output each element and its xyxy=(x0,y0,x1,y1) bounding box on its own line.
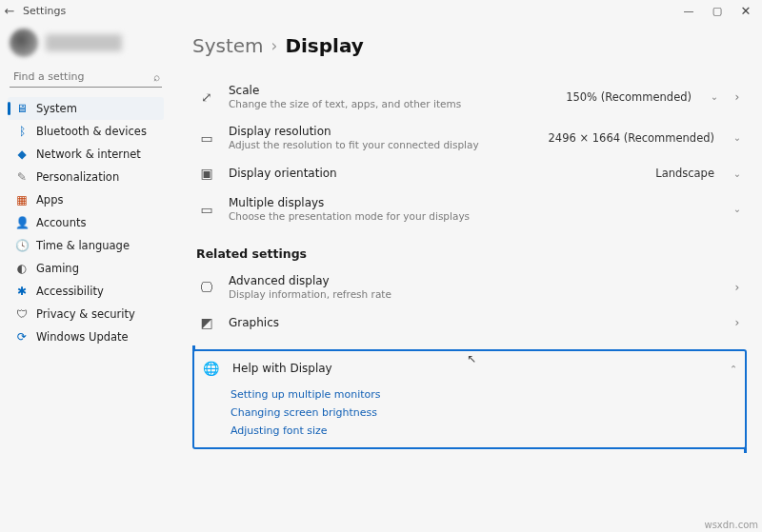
setting-orientation[interactable]: ▣ Display orientation Landscape ⌄ xyxy=(192,158,747,188)
profile[interactable] xyxy=(8,25,164,67)
sidebar-item-label: Bluetooth & devices xyxy=(36,125,147,138)
setting-subtitle: Adjust the resolution to fit your connec… xyxy=(229,139,537,150)
titlebar: ← Settings — ▢ ✕ xyxy=(0,0,762,21)
sidebar-item-label: Network & internet xyxy=(36,148,141,161)
setting-title: Scale xyxy=(229,84,554,97)
chevron-down-icon[interactable]: ⌄ xyxy=(732,132,743,143)
accounts-icon: 👤 xyxy=(15,216,29,229)
setting-graphics[interactable]: ◩ Graphics › xyxy=(192,307,747,338)
setting-title: Display resolution xyxy=(229,125,537,138)
help-with-display-section: 🌐 Help with Display ↖ ⌄ Setting up multi… xyxy=(192,349,747,449)
breadcrumb: System › Display xyxy=(192,34,747,57)
sidebar-item-personalization[interactable]: ✎ Personalization xyxy=(8,166,164,188)
scale-icon: ⤢ xyxy=(196,89,217,105)
sidebar-item-bluetooth[interactable]: ᛒ Bluetooth & devices xyxy=(8,120,164,143)
sidebar: ⌕ 🖥 System ᛒ Bluetooth & devices ◆ Netwo… xyxy=(0,21,173,532)
time-icon: 🕓 xyxy=(15,239,29,252)
sidebar-item-time[interactable]: 🕓 Time & language xyxy=(8,234,164,257)
help-link-multiple-monitors[interactable]: Setting up multiple monitors xyxy=(231,385,743,404)
help-link-brightness[interactable]: Changing screen brightness xyxy=(231,404,743,422)
main-content: System › Display ⤢ Scale Change the size… xyxy=(173,21,762,532)
setting-subtitle: Choose the presentation mode for your di… xyxy=(229,210,720,222)
sidebar-item-label: Apps xyxy=(36,193,63,207)
chevron-down-icon[interactable]: ⌄ xyxy=(732,204,743,214)
sidebar-item-system[interactable]: 🖥 System xyxy=(8,97,164,120)
sidebar-item-label: Accounts xyxy=(36,216,86,229)
sidebar-item-update[interactable]: ⟳ Windows Update xyxy=(8,325,164,348)
accessibility-icon: ✱ xyxy=(15,285,29,298)
maximize-button[interactable]: ▢ xyxy=(703,0,732,21)
setting-title: Graphics xyxy=(229,316,720,329)
close-button[interactable]: ✕ xyxy=(732,0,760,21)
sidebar-item-label: Windows Update xyxy=(36,330,129,344)
chevron-right-icon: › xyxy=(271,36,278,55)
nav-list: 🖥 System ᛒ Bluetooth & devices ◆ Network… xyxy=(8,97,164,348)
apps-icon: ▦ xyxy=(15,193,29,207)
setting-value[interactable]: Landscape xyxy=(655,167,714,180)
monitor-icon: 🖵 xyxy=(196,280,217,295)
search-box[interactable]: ⌕ xyxy=(10,67,162,88)
multiple-displays-icon: ▭ xyxy=(196,202,217,217)
sidebar-item-label: System xyxy=(36,102,77,115)
setting-scale[interactable]: ⤢ Scale Change the size of text, apps, a… xyxy=(192,76,747,117)
cursor-icon: ↖ xyxy=(467,352,476,365)
window-title: Settings xyxy=(23,5,66,17)
avatar xyxy=(10,29,38,57)
setting-title: Advanced display xyxy=(229,274,720,287)
setting-advanced-display[interactable]: 🖵 Advanced display Display information, … xyxy=(192,266,747,307)
system-icon: 🖥 xyxy=(15,102,29,115)
breadcrumb-parent[interactable]: System xyxy=(192,34,264,57)
chevron-up-icon[interactable]: ⌄ xyxy=(728,364,739,374)
gaming-icon: ◐ xyxy=(15,262,29,275)
sidebar-item-gaming[interactable]: ◐ Gaming xyxy=(8,257,164,280)
profile-name-blurred xyxy=(46,34,122,51)
page-title: Display xyxy=(285,34,363,57)
setting-subtitle: Display information, refresh rate xyxy=(229,288,720,300)
watermark: wsxdn.com xyxy=(704,520,758,530)
network-icon: ◆ xyxy=(15,148,29,161)
setting-title: Display orientation xyxy=(229,167,644,180)
sidebar-item-network[interactable]: ◆ Network & internet xyxy=(8,143,164,166)
bluetooth-icon: ᛒ xyxy=(15,125,29,138)
chevron-right-icon[interactable]: › xyxy=(732,90,743,104)
setting-value[interactable]: 2496 × 1664 (Recommended) xyxy=(549,131,714,145)
help-links: Setting up multiple monitors Changing sc… xyxy=(196,384,743,442)
chevron-right-icon[interactable]: › xyxy=(732,281,743,294)
setting-value[interactable]: 150% (Recommended) xyxy=(566,90,692,104)
sidebar-item-privacy[interactable]: 🛡 Privacy & security xyxy=(8,303,164,325)
globe-icon: 🌐 xyxy=(200,361,221,376)
orientation-icon: ▣ xyxy=(196,166,217,181)
sidebar-item-label: Privacy & security xyxy=(36,307,135,321)
search-icon: ⌕ xyxy=(153,70,160,84)
graphics-icon: ◩ xyxy=(196,315,217,330)
setting-title: Multiple displays xyxy=(229,196,720,209)
sidebar-item-accounts[interactable]: 👤 Accounts xyxy=(8,211,164,234)
sidebar-item-label: Accessibility xyxy=(36,285,104,298)
chevron-down-icon[interactable]: ⌄ xyxy=(732,168,743,179)
chevron-down-icon[interactable]: ⌄ xyxy=(709,91,720,102)
resolution-icon: ▭ xyxy=(196,130,217,146)
help-link-font-size[interactable]: Adjusting font size xyxy=(231,422,743,440)
search-input[interactable] xyxy=(11,69,153,84)
setting-multiple-displays[interactable]: ▭ Multiple displays Choose the presentat… xyxy=(192,188,747,229)
help-header-row[interactable]: 🌐 Help with Display ↖ ⌄ xyxy=(196,353,743,384)
sidebar-item-label: Gaming xyxy=(36,262,79,275)
minimize-button[interactable]: — xyxy=(674,0,703,21)
chevron-right-icon[interactable]: › xyxy=(732,316,743,329)
sidebar-item-apps[interactable]: ▦ Apps xyxy=(8,188,164,211)
setting-resolution[interactable]: ▭ Display resolution Adjust the resoluti… xyxy=(192,117,747,158)
setting-subtitle: Change the size of text, apps, and other… xyxy=(229,98,554,109)
personalization-icon: ✎ xyxy=(15,170,29,184)
back-button[interactable]: ← xyxy=(2,4,17,18)
privacy-icon: 🛡 xyxy=(15,307,29,321)
update-icon: ⟳ xyxy=(15,330,29,344)
sidebar-item-label: Time & language xyxy=(36,239,130,252)
sidebar-item-accessibility[interactable]: ✱ Accessibility xyxy=(8,280,164,303)
section-related-settings: Related settings xyxy=(192,229,747,266)
sidebar-item-label: Personalization xyxy=(36,170,119,184)
